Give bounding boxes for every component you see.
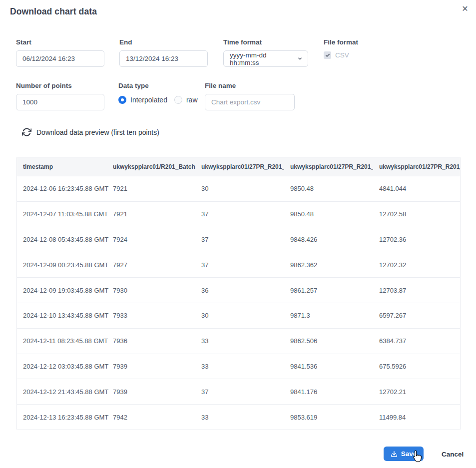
table-cell: 9862.362 xyxy=(284,261,373,269)
table-cell: 7939 xyxy=(107,388,195,396)
number-of-points-group: Number of points xyxy=(16,82,104,110)
table-header-cell: timestamp xyxy=(17,163,107,170)
table-cell: 2024-12-10 13:43:45.88 GMT xyxy=(17,312,107,319)
time-format-select[interactable]: yyyy-mm-dd hh:mm:ss xyxy=(223,50,308,67)
table-header-cell: ukwyksppiarc01/27PR_R201_S... xyxy=(373,163,460,170)
csv-checkbox-label: CSV xyxy=(335,51,349,59)
table-cell: 30 xyxy=(195,312,284,319)
table-cell: 9841.176 xyxy=(284,388,373,396)
time-format-group: Time format yyyy-mm-dd hh:mm:ss xyxy=(223,38,308,67)
table-header-cell: ukwyksppiarc01/R201_BatchI... xyxy=(107,163,195,170)
table-cell: 7930 xyxy=(107,287,195,294)
refresh-icon xyxy=(22,127,31,137)
table-row: 2024-12-08 05:43:45.88 GMT7924379848.426… xyxy=(17,227,460,252)
table-cell: 2024-12-07 11:03:45.88 GMT xyxy=(17,210,107,218)
table-row: 2024-12-06 16:23:45.88 GMT7921309850.484… xyxy=(17,176,460,201)
table-cell: 7942 xyxy=(107,414,195,421)
table-body: 2024-12-06 16:23:45.88 GMT7921309850.484… xyxy=(17,176,460,430)
table-cell: 2024-12-12 03:03:45.88 GMT xyxy=(17,363,107,370)
table-cell: 9871.3 xyxy=(284,312,373,319)
table-row: 2024-12-07 11:03:45.88 GMT7921379850.481… xyxy=(17,201,460,227)
table-cell: 9848.426 xyxy=(284,236,373,243)
number-of-points-input[interactable] xyxy=(16,94,104,110)
radio-interpolated-label: Interpolated xyxy=(130,96,167,104)
radio-selected-icon xyxy=(118,96,126,104)
table-cell: 33 xyxy=(195,337,284,345)
table-header-cell: ukwyksppiarc01/27PR_R201_... xyxy=(284,163,373,170)
preview-table: timestampukwyksppiarc01/R201_BatchI...uk… xyxy=(16,157,461,430)
csv-checkbox[interactable] xyxy=(324,51,331,59)
table-cell: 9862.506 xyxy=(284,337,373,345)
table-row: 2024-12-12 03:03:45.88 GMT7939339841.536… xyxy=(17,354,460,379)
table-header-row: timestampukwyksppiarc01/R201_BatchI...uk… xyxy=(17,157,460,176)
download-preview-action[interactable]: Download data preview (first ten points) xyxy=(22,127,159,137)
number-of-points-label: Number of points xyxy=(16,82,104,89)
file-format-label: File format xyxy=(324,38,358,46)
time-format-label: Time format xyxy=(223,38,308,46)
table-cell: 7939 xyxy=(107,363,195,370)
data-type-label: Data type xyxy=(118,82,198,89)
table-cell: 7921 xyxy=(107,185,195,192)
table-cell: 30 xyxy=(195,185,284,192)
table-cell: 11499.84 xyxy=(373,414,460,421)
table-cell: 2024-12-08 05:43:45.88 GMT xyxy=(17,236,107,243)
table-cell: 2024-12-11 08:23:45.88 GMT xyxy=(17,337,107,345)
table-cell: 7921 xyxy=(107,210,195,218)
table-cell: 675.5926 xyxy=(373,363,460,370)
data-type-group: Data type Interpolated raw xyxy=(118,82,198,104)
close-icon[interactable]: ✕ xyxy=(459,3,471,15)
table-cell: 33 xyxy=(195,363,284,370)
table-cell: 12702.58 xyxy=(373,210,460,218)
page-title: Download chart data xyxy=(10,6,97,17)
table-cell: 37 xyxy=(195,236,284,243)
time-format-value: yyyy-mm-dd hh:mm:ss xyxy=(230,51,297,66)
table-cell: 6597.267 xyxy=(373,312,460,319)
table-row: 2024-12-12 21:43:45.88 GMT7939379841.176… xyxy=(17,379,460,404)
table-cell: 36 xyxy=(195,287,284,294)
save-button-label: Save xyxy=(401,450,417,458)
table-cell: 37 xyxy=(195,210,284,218)
end-field-group: End xyxy=(119,38,208,67)
file-format-group: File format CSV xyxy=(324,38,358,59)
table-cell: 2024-12-12 21:43:45.88 GMT xyxy=(17,388,107,396)
table-cell: 12702.32 xyxy=(373,261,460,269)
table-cell: 2024-12-13 16:23:45.88 GMT xyxy=(17,414,107,421)
save-button[interactable]: Save xyxy=(384,447,424,461)
table-cell: 2024-12-09 00:23:45.88 GMT xyxy=(17,261,107,269)
table-cell: 9841.536 xyxy=(284,363,373,370)
table-cell: 6384.737 xyxy=(373,337,460,345)
table-cell: 12703.87 xyxy=(373,287,460,294)
radio-raw[interactable]: raw xyxy=(174,96,198,104)
download-chart-data-dialog: Download chart data ✕ Start End Time for… xyxy=(0,0,476,468)
preview-action-label: Download data preview (first ten points) xyxy=(36,128,159,136)
start-input[interactable] xyxy=(16,50,104,67)
table-cell: 9861.257 xyxy=(284,287,373,294)
table-row: 2024-12-09 19:03:45.88 GMT7930369861.257… xyxy=(17,277,460,303)
radio-raw-label: raw xyxy=(186,96,198,104)
table-cell: 37 xyxy=(195,388,284,396)
file-name-input[interactable] xyxy=(205,94,295,110)
table-cell: 2024-12-06 16:23:45.88 GMT xyxy=(17,185,107,192)
table-row: 2024-12-11 08:23:45.88 GMT7936339862.506… xyxy=(17,328,460,354)
chevron-down-icon xyxy=(297,56,303,61)
table-cell: 7936 xyxy=(107,337,195,345)
table-cell: 7924 xyxy=(107,236,195,243)
table-cell: 7927 xyxy=(107,261,195,269)
start-label: Start xyxy=(16,38,104,46)
table-header-cell: ukwyksppiarc01/27PR_R201_S... xyxy=(195,163,284,170)
end-input[interactable] xyxy=(119,50,208,67)
table-cell: 9850.48 xyxy=(284,210,373,218)
download-icon xyxy=(391,451,398,458)
table-cell: 33 xyxy=(195,414,284,421)
table-cell: 2024-12-09 19:03:45.88 GMT xyxy=(17,287,107,294)
table-cell: 12702.21 xyxy=(373,388,460,396)
table-row: 2024-12-09 00:23:45.88 GMT7927379862.362… xyxy=(17,252,460,277)
cancel-button[interactable]: Cancel xyxy=(442,451,464,458)
table-row: 2024-12-13 16:23:45.88 GMT7942339853.619… xyxy=(17,404,460,430)
radio-unselected-icon xyxy=(174,96,182,104)
table-cell: 7933 xyxy=(107,312,195,319)
table-cell: 4841.044 xyxy=(373,185,460,192)
start-field-group: Start xyxy=(16,38,104,67)
table-cell: 12702.36 xyxy=(373,236,460,243)
radio-interpolated[interactable]: Interpolated xyxy=(118,96,167,104)
